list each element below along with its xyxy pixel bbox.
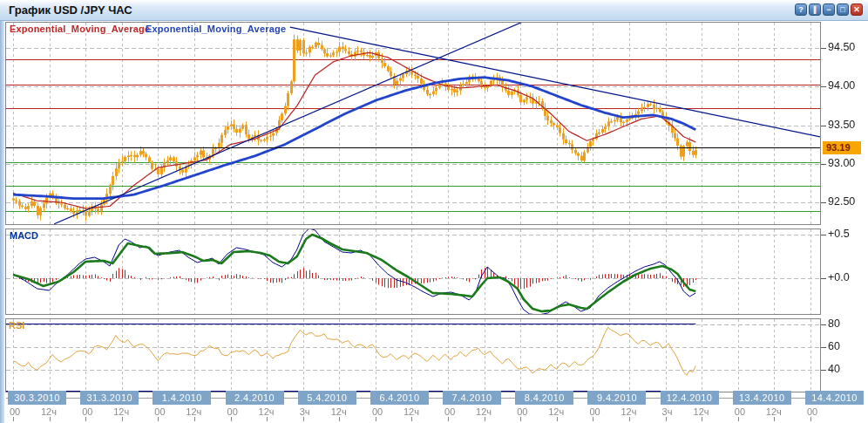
time-label: 00 <box>10 406 20 417</box>
time-label: 00 <box>82 406 92 417</box>
trading-terminal-window: { "window": { "title": "График USD /JPY … <box>0 0 868 423</box>
chart-canvas[interactable] <box>0 0 868 423</box>
time-label: 12ч <box>113 406 129 417</box>
current-price-tag: 93.19 <box>823 141 861 154</box>
window-titlebar[interactable]: График USD /JPY ЧАС ? ∥ − □ ✕ <box>0 0 868 21</box>
price-axis-label: 93.00 <box>828 157 866 169</box>
time-label: 00 <box>154 406 165 417</box>
date-badge: 6.4.2010 <box>370 391 429 405</box>
time-label: 12ч <box>331 406 347 417</box>
time-label: 00 <box>444 406 455 417</box>
rsi-axis-label: 60 <box>828 340 866 352</box>
date-badge: 1.4.2010 <box>153 391 211 405</box>
time-label: 12ч <box>41 406 57 417</box>
price-axis-label: 94.00 <box>828 79 866 92</box>
maximize-button[interactable]: □ <box>837 3 849 16</box>
time-label: 12ч <box>403 406 419 417</box>
time-label: 12ч <box>476 406 492 417</box>
time-label: 00 <box>589 406 600 417</box>
time-label: 12ч <box>259 406 275 417</box>
time-label: 00 <box>807 406 817 417</box>
macd-axis-label: +0.0 <box>828 271 866 283</box>
time-label: 12ч <box>186 406 201 417</box>
time-label: 00 <box>735 406 745 417</box>
minimize-button[interactable]: − <box>823 3 835 16</box>
date-badge: 12.4.2010 <box>661 391 719 405</box>
time-label: 12ч <box>766 406 782 417</box>
date-badge: 8.4.2010 <box>515 391 573 405</box>
time-label: 00 <box>227 406 238 417</box>
time-label: 12ч <box>620 406 636 417</box>
legend-ema-slow: Exponential_Moving_Average <box>146 24 286 34</box>
rsi-panel-label: RSI <box>9 320 24 331</box>
price-axis-label: 92.50 <box>828 195 866 208</box>
macd-axis-label: +0.5 <box>828 228 866 240</box>
time-label: 3ч <box>300 406 310 417</box>
date-badge: 9.4.2010 <box>587 391 646 405</box>
date-badge: 7.4.2010 <box>443 391 501 405</box>
window-left-border <box>0 20 4 423</box>
date-badge: 2.4.2010 <box>226 391 284 405</box>
close-button[interactable]: ✕ <box>851 3 863 16</box>
time-label: 00 <box>517 406 527 417</box>
time-label: 12ч <box>694 406 709 417</box>
help-button[interactable]: ? <box>795 3 807 16</box>
time-label: 12ч <box>548 406 564 417</box>
date-badge: 31.3.2010 <box>80 391 139 405</box>
window-controls: ? ∥ − □ ✕ <box>795 3 863 16</box>
window-title: График USD /JPY ЧАС <box>9 3 132 17</box>
macd-panel-label: MACD <box>10 230 38 241</box>
price-axis-label: 94.50 <box>828 41 866 53</box>
rsi-axis-label: 40 <box>828 363 866 375</box>
date-badge: 14.4.2010 <box>805 391 864 405</box>
price-axis-label: 93.50 <box>828 119 866 131</box>
date-badge: 30.3.2010 <box>8 391 66 405</box>
pause-icon[interactable]: ∥ <box>809 3 821 16</box>
time-label: 00 <box>372 406 383 417</box>
legend-ema-fast: Exponential_Moving_Average <box>10 24 150 34</box>
time-label: 3ч <box>662 406 673 417</box>
date-badge: 5.4.2010 <box>298 391 356 405</box>
date-badge: 13.4.2010 <box>733 391 791 405</box>
rsi-axis-label: 80 <box>828 317 866 330</box>
